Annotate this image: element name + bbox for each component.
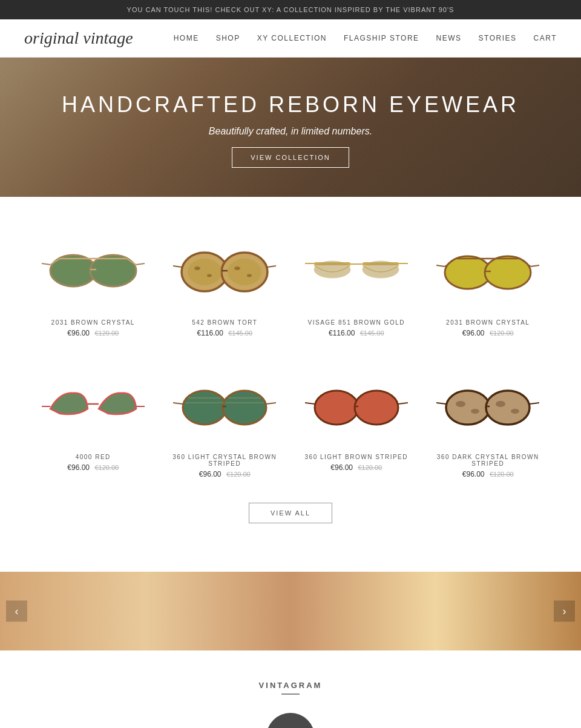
nav-flagship[interactable]: FLAGSHIP STORE <box>344 34 419 42</box>
svg-point-37 <box>183 391 226 425</box>
nav-stories[interactable]: STORIES <box>479 34 517 42</box>
nav-xy[interactable]: XY COLLECTION <box>257 34 327 42</box>
product-name-7: 360 LIGHT BROWN STRIPED <box>300 454 413 460</box>
svg-point-55 <box>496 401 505 407</box>
product-image-5 <box>36 362 150 446</box>
product-image-8 <box>432 362 545 446</box>
svg-line-49 <box>305 403 315 404</box>
product-image-4 <box>432 227 545 312</box>
product-card-4[interactable]: 2031 BROWN CRYSTAL €96.00 €120.00 <box>432 227 545 337</box>
svg-point-56 <box>511 409 519 414</box>
banner-prev-button[interactable]: ‹ <box>6 601 27 622</box>
vintagram-divider <box>281 693 300 695</box>
svg-point-16 <box>207 274 212 277</box>
product-price-7: €96.00 €120.00 <box>300 463 413 472</box>
products-section: 2031 BROWN CRYSTAL €96.00 €120.00 <box>0 197 581 572</box>
svg-line-13 <box>173 266 182 267</box>
view-all-button[interactable]: VIEW ALL <box>249 503 332 523</box>
product-card-3[interactable]: VISAGE 851 BROWN GOLD €116.00 €145.00 <box>300 227 413 337</box>
svg-line-29 <box>436 265 445 266</box>
product-name-3: VISAGE 851 BROWN GOLD <box>300 319 413 326</box>
products-grid-row1: 2031 BROWN CRYSTAL €96.00 €120.00 <box>36 227 545 337</box>
view-all-container: VIEW ALL <box>36 503 545 523</box>
product-image-2 <box>168 227 282 312</box>
hero-content: HANDCRAFTED REBORN EYEWEAR Beautifully c… <box>62 92 519 162</box>
hero-subtitle: Beautifully crafted, in limited numbers. <box>62 126 519 137</box>
main-nav: HOME SHOP XY COLLECTION FLAGSHIP STORE N… <box>174 34 557 42</box>
footer-logo: originalvintage <box>266 713 315 728</box>
product-card-2[interactable]: 542 BROWN TORT €116.00 €145.00 <box>168 227 282 337</box>
svg-point-17 <box>234 266 240 270</box>
product-name-1: 2031 BROWN CRYSTAL <box>36 319 150 326</box>
banner-next-button[interactable]: › <box>554 601 575 622</box>
svg-line-4 <box>136 263 145 265</box>
svg-line-14 <box>268 266 276 267</box>
product-price-8: €96.00 €120.00 <box>432 470 545 478</box>
hero-title: HANDCRAFTED REBORN EYEWEAR <box>62 92 519 117</box>
svg-point-38 <box>223 391 266 425</box>
svg-line-59 <box>530 403 539 404</box>
logo[interactable]: original vintage <box>24 28 133 48</box>
vintagram-title: VINTAGRAM <box>24 681 557 690</box>
product-card-1[interactable]: 2031 BROWN CRYSTAL €96.00 €120.00 <box>36 227 150 337</box>
svg-line-50 <box>398 403 408 404</box>
hero-cta-button[interactable]: VIEW COLLECTION <box>232 147 349 168</box>
product-card-7[interactable]: 360 LIGHT BROWN STRIPED €96.00 €120.00 <box>300 362 413 478</box>
lifestyle-banner: ‹ › <box>0 572 581 650</box>
svg-point-51 <box>446 391 490 425</box>
product-name-6: 360 LIGHT CRYSTAL BROWN STRIPED <box>168 454 282 467</box>
product-price-6: €96.00 €120.00 <box>168 470 282 478</box>
product-card-6[interactable]: 360 LIGHT CRYSTAL BROWN STRIPED €96.00 €… <box>168 362 282 478</box>
product-image-3 <box>300 227 413 312</box>
product-image-1 <box>36 227 150 312</box>
product-card-8[interactable]: 360 DARK CRYSTAL BROWN STRIPED €96.00 €1… <box>432 362 545 478</box>
product-image-7 <box>300 362 413 446</box>
nav-news[interactable]: NEWS <box>436 34 462 42</box>
svg-line-30 <box>531 265 539 266</box>
product-card-5[interactable]: 4000 RED €96.00 €120.00 <box>36 362 150 478</box>
hero-section: HANDCRAFTED REBORN EYEWEAR Beautifully c… <box>0 58 581 197</box>
product-price-1: €96.00 €120.00 <box>36 329 150 337</box>
nav-cart[interactable]: CART <box>534 34 557 42</box>
svg-point-11 <box>228 259 261 285</box>
svg-point-21 <box>314 261 350 278</box>
svg-line-44 <box>173 403 183 404</box>
svg-point-47 <box>355 391 398 425</box>
footer-logo-wrap: originalvintage <box>24 713 557 728</box>
product-name-4: 2031 BROWN CRYSTAL <box>432 319 545 326</box>
svg-point-18 <box>247 274 252 277</box>
svg-point-46 <box>315 391 358 425</box>
product-name-8: 360 DARK CRYSTAL BROWN STRIPED <box>432 454 545 467</box>
svg-point-52 <box>486 391 530 425</box>
product-price-4: €96.00 €120.00 <box>432 329 545 337</box>
svg-line-58 <box>436 403 446 404</box>
nav-home[interactable]: HOME <box>174 34 199 42</box>
header: original vintage HOME SHOP XY COLLECTION… <box>0 19 581 58</box>
top-banner: YOU CAN TOUCH THIS! CHECK OUT XY: A COLL… <box>0 0 581 19</box>
svg-line-3 <box>42 263 50 265</box>
product-price-3: €116.00 €145.00 <box>300 329 413 337</box>
product-name-2: 542 BROWN TORT <box>168 319 282 326</box>
svg-line-45 <box>266 403 276 404</box>
banner-text: YOU CAN TOUCH THIS! CHECK OUT XY: A COLL… <box>127 6 455 13</box>
svg-point-15 <box>194 266 200 270</box>
svg-point-10 <box>188 259 222 285</box>
svg-point-53 <box>456 401 465 407</box>
products-grid-row2: 4000 RED €96.00 €120.00 <box>36 362 545 478</box>
svg-point-22 <box>363 261 399 278</box>
product-price-5: €96.00 €120.00 <box>36 463 150 472</box>
nav-shop[interactable]: SHOP <box>216 34 240 42</box>
svg-point-54 <box>471 409 479 414</box>
vintagram-section: VINTAGRAM originalvintage <box>0 650 581 728</box>
product-image-6 <box>168 362 282 446</box>
product-name-5: 4000 RED <box>36 454 150 460</box>
product-price-2: €116.00 €145.00 <box>168 329 282 337</box>
